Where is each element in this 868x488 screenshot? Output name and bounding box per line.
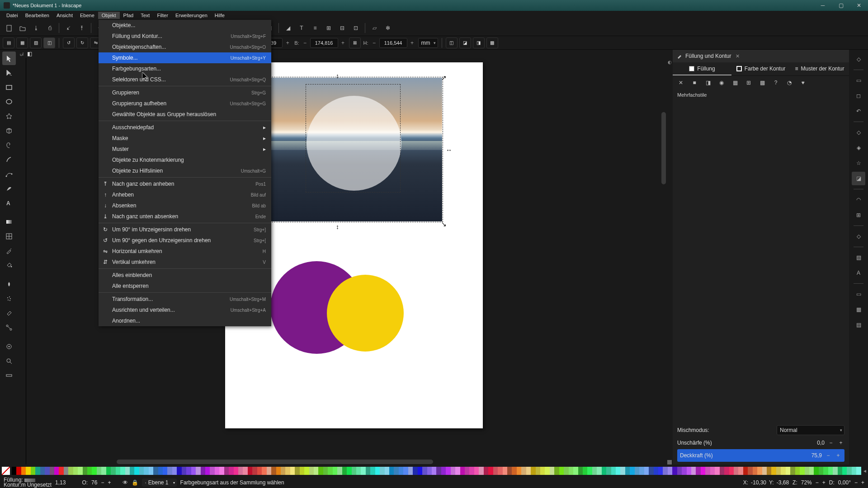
paint-swatch[interactable]: ⊞ (743, 77, 754, 88)
deselect-button[interactable]: ▧ (30, 38, 42, 48)
palette-swatch[interactable] (380, 467, 384, 475)
palette-swatch[interactable] (493, 467, 498, 475)
palette-swatch[interactable] (31, 467, 35, 475)
palette-swatch[interactable] (762, 467, 767, 475)
calligraphy-tool[interactable] (2, 182, 16, 195)
palette-swatch[interactable] (16, 467, 21, 475)
palette-swatch[interactable] (569, 467, 573, 475)
palette-swatch[interactable] (234, 467, 238, 475)
palette-swatch[interactable] (285, 467, 290, 475)
close-button[interactable]: ✕ (850, 0, 868, 11)
palette-swatch[interactable] (531, 467, 535, 475)
handle-r[interactable]: ↔ (446, 146, 452, 154)
palette-swatch[interactable] (139, 467, 144, 475)
palette-swatch[interactable] (290, 467, 295, 475)
palette-swatch[interactable] (790, 467, 795, 475)
palette-swatch[interactable] (620, 467, 625, 475)
palette-swatch[interactable] (715, 467, 719, 475)
dock-align[interactable]: ⊞ (852, 208, 865, 222)
palette-swatch[interactable] (101, 467, 106, 475)
palette-swatch[interactable] (611, 467, 616, 475)
palette-swatch[interactable] (215, 467, 219, 475)
menu-help[interactable]: Hilfe (211, 12, 228, 19)
palette-swatch[interactable] (743, 467, 748, 475)
paint-radial[interactable]: ◉ (716, 77, 727, 88)
palette-swatch[interactable] (149, 467, 153, 475)
palette-swatch[interactable] (710, 467, 715, 475)
palette-swatch[interactable] (120, 467, 125, 475)
dock-selectors[interactable]: ◈ (852, 141, 865, 155)
handle-b[interactable]: ↕ (336, 223, 339, 230)
opacity-inc[interactable]: + (835, 452, 842, 459)
palette-swatch[interactable] (734, 467, 738, 475)
minimize-button[interactable]: ─ (814, 0, 832, 11)
palette-swatch[interactable] (597, 467, 601, 475)
palette-swatch[interactable] (267, 467, 271, 475)
palette-swatch[interactable] (512, 467, 516, 475)
palette-menu[interactable]: ◂ (862, 468, 868, 474)
ruler-vertical[interactable] (18, 58, 26, 465)
node-tool[interactable] (2, 66, 16, 80)
pencil-tool[interactable] (2, 153, 16, 166)
palette-swatch[interactable] (663, 467, 667, 475)
palette-swatch[interactable] (738, 467, 743, 475)
palette-swatch[interactable] (536, 467, 540, 475)
palette-swatch[interactable] (370, 467, 375, 475)
palette-swatch[interactable] (158, 467, 163, 475)
print-button[interactable]: ⎙ (43, 22, 56, 34)
palette-swatch[interactable] (97, 467, 101, 475)
prefs-button[interactable]: ✻ (382, 22, 394, 34)
palette-swatch[interactable] (427, 467, 432, 475)
w-field[interactable]: B:−+ (293, 38, 347, 48)
palette-swatch[interactable] (196, 467, 200, 475)
palette-swatch[interactable] (682, 467, 686, 475)
sb-fillstroke[interactable]: Füllung: Kontur:m Ungesetzt (4, 478, 52, 488)
palette-swatch[interactable] (210, 467, 214, 475)
palette-swatch[interactable] (705, 467, 710, 475)
palette-swatch[interactable] (602, 467, 606, 475)
palette-swatch[interactable] (172, 467, 177, 475)
palette-swatch[interactable] (300, 467, 304, 475)
palette-swatch[interactable] (540, 467, 545, 475)
palette-swatch[interactable] (654, 467, 658, 475)
cms-toggle[interactable]: ◐ (668, 60, 672, 65)
palette-swatch[interactable] (838, 467, 842, 475)
blur-dec[interactable]: − (827, 440, 835, 446)
palette-swatch[interactable] (35, 467, 40, 475)
menu-item[interactable]: ⇋Horizontal umkehrenH (99, 246, 271, 257)
palette-swatch[interactable] (446, 467, 450, 475)
paint-unknown[interactable]: ? (770, 77, 781, 88)
sb-opacity[interactable]: 76 (91, 479, 97, 486)
menu-item[interactable]: Ausrichten und verteilen...Umschalt+Strg… (99, 305, 271, 315)
palette-swatch[interactable] (337, 467, 342, 475)
palette-swatch[interactable] (26, 467, 30, 475)
palette-swatch[interactable] (856, 467, 861, 475)
menu-item[interactable]: ↻Um 90° im Uhrzeigersinn drehenStrg+] (99, 224, 271, 235)
palette-swatch[interactable] (630, 467, 634, 475)
palette-swatch[interactable] (111, 467, 115, 475)
palette-swatch[interactable] (361, 467, 365, 475)
palette-swatch[interactable] (205, 467, 210, 475)
ellipse-tool[interactable] (2, 95, 16, 108)
palette-swatch[interactable] (130, 467, 134, 475)
menu-item[interactable]: Gruppierung aufhebenUmschalt+Strg+G (99, 98, 271, 109)
palette-swatch[interactable] (352, 467, 356, 475)
palette-swatch[interactable] (271, 467, 276, 475)
handle-br[interactable]: ↘ (441, 221, 447, 228)
palette-swatch[interactable] (347, 467, 351, 475)
dock-fill-stroke[interactable]: ◪ (852, 172, 865, 185)
palette-swatch[interactable] (668, 467, 672, 475)
export-button[interactable]: ⭱ (75, 22, 88, 34)
menu-item[interactable]: Objekteigenschaften...Umschalt+Strg+O (99, 42, 271, 52)
menu-item[interactable]: ⇵Vertikal umkehrenV (99, 257, 271, 267)
palette-swatch[interactable] (639, 467, 644, 475)
fill-stroke-button[interactable]: ◢ (282, 22, 294, 34)
palette-swatch[interactable] (687, 467, 691, 475)
paint-none[interactable]: ✕ (675, 77, 686, 88)
palette-swatch[interactable] (328, 467, 332, 475)
menu-filter[interactable]: Filter (153, 12, 171, 19)
sb-opacity-dec[interactable]: − (101, 479, 104, 486)
menu-item[interactable]: Objekte zu Knotenmarkierung (99, 155, 271, 165)
palette-swatch[interactable] (507, 467, 512, 475)
palette-swatch[interactable] (517, 467, 521, 475)
